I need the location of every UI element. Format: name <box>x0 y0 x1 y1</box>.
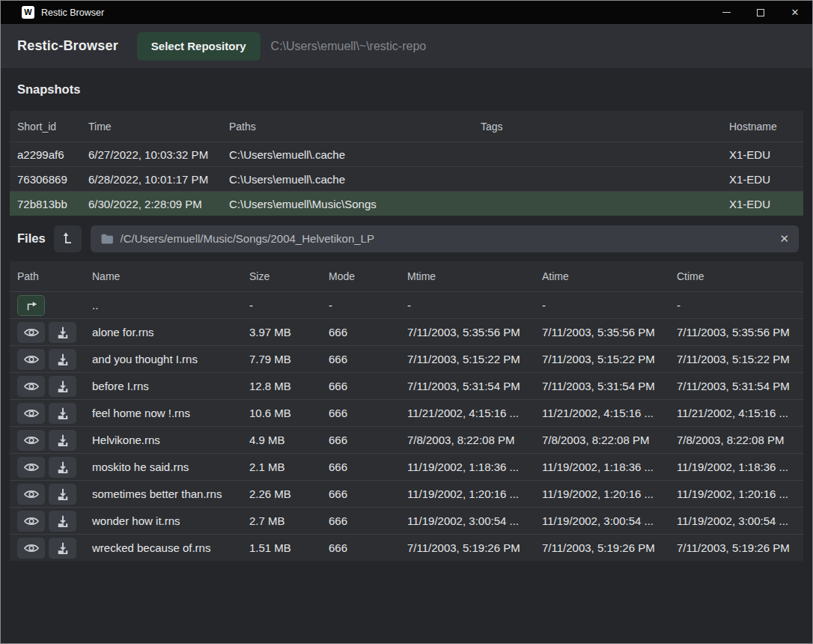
download-file-button[interactable] <box>49 457 76 478</box>
download-icon <box>56 487 70 501</box>
snapshot-row[interactable]: 763068696/28/2022, 10:01:17 PMC:\Users\e… <box>10 166 803 191</box>
snapshots-table-body: a2299af66/27/2022, 10:03:32 PMC:\Users\e… <box>10 142 803 216</box>
file-row[interactable]: alone for.rns3.97 MB6667/11/2003, 5:35:5… <box>10 318 803 345</box>
download-file-button[interactable] <box>49 403 76 424</box>
snapshot-row[interactable]: a2299af66/27/2022, 10:03:32 PMC:\Users\e… <box>10 142 803 166</box>
cell-mode: 666 <box>329 487 407 500</box>
download-file-button[interactable] <box>49 349 76 370</box>
maximize-icon <box>757 9 764 16</box>
app-title: Restic-Browser <box>17 38 118 54</box>
file-row[interactable]: moskito he said.rns2.1 MB66611/19/2002, … <box>10 453 803 480</box>
snapshot-row[interactable]: 72b813bb6/30/2022, 2:28:09 PMC:\Users\em… <box>10 191 803 216</box>
cell-mode: 666 <box>329 434 407 446</box>
snapshots-table-header: Short_idTimePathsTagsHostname <box>10 111 803 142</box>
cell-time: 6/28/2022, 10:01:17 PM <box>88 173 229 186</box>
download-icon <box>56 380 70 393</box>
cell-mtime: 7/11/2003, 5:15:22 PM <box>407 353 542 365</box>
app-header: Restic-Browser Select Repository C:\User… <box>1 24 812 68</box>
cell-mtime: 11/21/2002, 4:15:16 ... <box>407 407 542 419</box>
download-file-button[interactable] <box>49 376 76 397</box>
files-table-body: ..----- alone for.rns3.97 MB6667/11/2003… <box>10 291 803 561</box>
cell-mode: 666 <box>329 407 407 419</box>
cell-ctime: 11/19/2002, 3:00:54 ... <box>677 514 803 527</box>
cell-ctime: 7/11/2003, 5:15:22 PM <box>677 353 803 365</box>
clear-path-icon: ✕ <box>779 232 789 245</box>
cell-atime: 11/19/2002, 1:18:36 ... <box>542 461 677 473</box>
preview-file-button[interactable] <box>17 349 45 370</box>
select-repository-button[interactable]: Select Repository <box>137 32 261 61</box>
files-section-header: Files /C/Users/emuell/Music/Songs/2004_H… <box>1 216 812 261</box>
preview-file-button[interactable] <box>17 511 45 532</box>
preview-file-button[interactable] <box>17 484 45 505</box>
preview-file-button[interactable] <box>17 457 45 478</box>
go-to-root-button[interactable] <box>54 225 82 252</box>
close-button[interactable]: ✕ <box>778 1 812 24</box>
window-title: Restic Browser <box>41 7 104 18</box>
file-row[interactable]: wrecked because of.rns1.51 MB6667/11/200… <box>10 534 803 561</box>
folder-icon <box>100 233 114 244</box>
cell-atime: 11/21/2002, 4:15:16 ... <box>542 407 677 419</box>
files-path-bar[interactable]: /C/Users/emuell/Music/Songs/2004_Helveti… <box>91 225 799 252</box>
parent-dir-button[interactable] <box>17 295 45 316</box>
preview-file-button[interactable] <box>17 403 45 424</box>
close-icon: ✕ <box>791 7 800 17</box>
download-file-button[interactable] <box>49 430 76 451</box>
window-controls: ✕ <box>709 1 812 24</box>
maximize-button[interactable] <box>743 1 778 24</box>
preview-file-button[interactable] <box>17 538 45 559</box>
cell-ctime: 7/11/2003, 5:19:26 PM <box>677 541 803 554</box>
column-header-time: Time <box>88 121 229 133</box>
cell-ctime: 7/11/2003, 5:31:54 PM <box>677 380 803 392</box>
cell-name: moskito he said.rns <box>92 461 249 473</box>
app-logo-letter: W <box>24 8 31 16</box>
cell-name: Helvikone.rns <box>92 434 249 446</box>
download-file-button[interactable] <box>49 538 76 559</box>
cell-mode: 666 <box>329 514 407 527</box>
cell-mtime: 7/11/2003, 5:19:26 PM <box>407 541 542 554</box>
file-row[interactable]: feel home now !.rns10.6 MB66611/21/2002,… <box>10 399 803 426</box>
minimize-button[interactable] <box>709 1 743 24</box>
cell-mtime: 11/19/2002, 1:20:16 ... <box>407 487 542 500</box>
parent-dir-row[interactable]: ..----- <box>10 291 803 318</box>
files-table-header: PathNameSizeModeMtimeAtimeCtime <box>10 261 803 291</box>
column-header-atime: Atime <box>542 270 677 282</box>
cell-atime: 7/11/2003, 5:31:54 PM <box>542 380 677 392</box>
file-row[interactable]: and you thought I.rns7.79 MB6667/11/2003… <box>10 345 803 372</box>
column-header-size: Size <box>249 270 329 282</box>
cell-hostname: X1-EDU <box>729 173 803 186</box>
download-icon <box>56 407 70 420</box>
cell-ctime: 11/19/2002, 1:18:36 ... <box>677 461 803 473</box>
file-row[interactable]: sometimes better than.rns2.26 MB66611/19… <box>10 480 803 507</box>
file-row[interactable]: wonder how it.rns2.7 MB66611/19/2002, 3:… <box>10 507 803 534</box>
cell-short_id: 72b813bb <box>17 198 88 210</box>
cell-name: feel home now !.rns <box>92 407 249 419</box>
cell-ctime: 7/8/2003, 8:22:08 PM <box>677 434 803 446</box>
cell-name: and you thought I.rns <box>92 353 249 365</box>
cell-size: 2.7 MB <box>249 514 329 527</box>
preview-file-button[interactable] <box>17 322 45 343</box>
snapshots-section-header: Snapshots <box>1 68 812 111</box>
cell-mode: 666 <box>329 326 407 338</box>
cell-hostname: X1-EDU <box>729 198 803 210</box>
cell-size: - <box>249 299 329 312</box>
download-file-button[interactable] <box>49 484 76 505</box>
preview-file-button[interactable] <box>17 430 45 451</box>
preview-file-button[interactable] <box>17 376 45 397</box>
cell-mode: 666 <box>329 461 407 473</box>
eye-icon <box>23 515 40 527</box>
eye-icon <box>23 542 40 554</box>
column-header-mtime: Mtime <box>407 270 542 282</box>
files-title: Files <box>17 231 46 246</box>
download-file-button[interactable] <box>49 322 76 343</box>
clear-path-button[interactable]: ✕ <box>779 233 789 244</box>
download-file-button[interactable] <box>49 511 76 532</box>
current-path: /C/Users/emuell/Music/Songs/2004_Helveti… <box>121 232 374 245</box>
file-row[interactable]: before I.rns12.8 MB6667/11/2003, 5:31:54… <box>10 372 803 399</box>
cell-mode: 666 <box>329 380 407 392</box>
file-row[interactable]: Helvikone.rns4.9 MB6667/8/2003, 8:22:08 … <box>10 426 803 453</box>
snapshots-table: Short_idTimePathsTagsHostname a2299af66/… <box>10 111 803 216</box>
row-actions <box>17 457 92 478</box>
download-icon <box>56 514 70 528</box>
row-actions <box>17 484 92 505</box>
download-icon <box>56 353 70 366</box>
